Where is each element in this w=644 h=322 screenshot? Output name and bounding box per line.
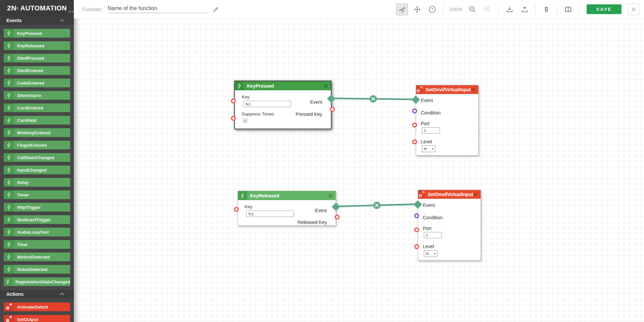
- save-button[interactable]: SAVE: [587, 4, 622, 14]
- event-output-label: Event: [310, 99, 322, 105]
- event-item[interactable]: InputChanged: [4, 166, 70, 174]
- lightning-icon: [4, 228, 14, 236]
- event-item-label: MotionDetected: [14, 252, 70, 261]
- key-input-port[interactable]: [231, 98, 236, 103]
- event-item[interactable]: MobKeyEntered: [4, 128, 70, 137]
- event-item[interactable]: Timer: [4, 190, 70, 199]
- lightning-icon: [4, 54, 14, 62]
- event-item[interactable]: CallStateChanged: [4, 153, 70, 162]
- event-item[interactable]: SilentAlarm: [4, 91, 70, 100]
- node-close-button[interactable]: [471, 87, 476, 92]
- event-item[interactable]: RegistrationStateChanged: [4, 277, 70, 286]
- released-key-output-port[interactable]: [335, 215, 340, 220]
- node-keyreleased-header[interactable]: KeyReleased: [238, 191, 336, 200]
- toolbar: Function: Name of the function ? 100%: [74, 0, 644, 18]
- event-item[interactable]: MulticastTrigger: [4, 215, 70, 224]
- zoom-in-icon: [484, 5, 492, 13]
- node-keypressed-header[interactable]: KeyPressed: [235, 81, 331, 90]
- port-field-label: Port: [421, 121, 474, 126]
- condition-input-label: Condition: [423, 214, 477, 221]
- zoom-in-button[interactable]: [482, 3, 494, 15]
- pan-tool-button[interactable]: [411, 3, 423, 15]
- lightning-icon: [4, 153, 14, 162]
- event-item[interactable]: NoiseDetected: [4, 265, 70, 274]
- suppress-input-port[interactable]: [231, 116, 236, 121]
- lightning-icon: [4, 41, 14, 50]
- events-section-header[interactable]: Events: [0, 16, 74, 25]
- documentation-button[interactable]: [562, 3, 574, 15]
- port-value-input[interactable]: 2: [422, 127, 440, 134]
- chevron-up-icon: [59, 19, 65, 22]
- lightning-icon: [4, 252, 14, 261]
- node-close-button[interactable]: [473, 192, 478, 197]
- chevron-down-icon: ▼: [434, 252, 436, 255]
- event-item[interactable]: HttpTrigger: [4, 203, 70, 212]
- pressed-key-output-port[interactable]: [330, 107, 335, 112]
- event-item[interactable]: FingerEntered: [4, 141, 70, 149]
- node-setonvifvirtualinput-bottom[interactable]: ⚙⚙ SetOnvifVirtualInput Event Condition …: [418, 190, 481, 261]
- event-item[interactable]: KeyReleased: [4, 41, 70, 50]
- delete-button[interactable]: [540, 3, 552, 15]
- zoom-out-button[interactable]: [466, 3, 479, 15]
- key-value-input[interactable]: %1: [246, 211, 294, 217]
- event-item[interactable]: AudioLoopTest: [4, 228, 70, 236]
- event-item[interactable]: KeyPressed: [4, 29, 70, 38]
- level-input-port[interactable]: [414, 244, 419, 249]
- node-header[interactable]: ⚙⚙ SetOnvifVirtualInput: [416, 85, 478, 94]
- import-button[interactable]: [503, 3, 515, 15]
- lightning-icon: [4, 116, 14, 125]
- lightning-icon: [4, 66, 14, 75]
- level-field-label: Level: [421, 139, 474, 144]
- event-item[interactable]: MotionDetected: [4, 252, 70, 261]
- event-item[interactable]: CodeEntered: [4, 79, 70, 87]
- event-item[interactable]: DtmfEntered: [4, 66, 70, 75]
- node-title: SetOnvifVirtualInput: [425, 192, 473, 197]
- node-close-button[interactable]: [324, 84, 328, 88]
- port-input-port[interactable]: [412, 123, 417, 128]
- node-close-button[interactable]: [328, 193, 333, 198]
- event-item[interactable]: CardEntered: [4, 103, 70, 112]
- action-item-label: ActivateSwitch: [14, 303, 70, 311]
- condition-input-port[interactable]: [412, 108, 417, 113]
- event-item[interactable]: CardHeld: [4, 116, 70, 125]
- export-button[interactable]: [518, 3, 531, 15]
- key-input-port[interactable]: [234, 207, 239, 212]
- node-header[interactable]: ⚙⚙ SetOnvifVirtualInput: [418, 190, 481, 199]
- level-select[interactable]: lo ▼: [424, 250, 437, 257]
- event-item-label: AudioLoopTest: [14, 228, 70, 236]
- event-item-label: KeyPressed: [14, 29, 70, 38]
- sidebar: 2N® AUTOMATION v2.0 Events KeyPressed: [0, 0, 74, 322]
- edit-pencil-icon[interactable]: [212, 6, 219, 13]
- close-editor-button[interactable]: [628, 4, 639, 15]
- key-value-input[interactable]: %1: [243, 101, 291, 107]
- lightning-icon: [4, 240, 14, 249]
- pressed-key-output-label: Pressed Key: [296, 111, 322, 117]
- node-setonvifvirtualinput-top[interactable]: ⚙⚙ SetOnvifVirtualInput Event Condition …: [416, 85, 479, 155]
- connection-delete-button[interactable]: [369, 95, 377, 103]
- function-name-input[interactable]: Name of the function: [108, 5, 208, 13]
- level-selected-value: hi: [424, 147, 427, 151]
- condition-input-port[interactable]: [414, 213, 419, 218]
- app-version: v2.0: [68, 10, 73, 13]
- level-select[interactable]: hi ▼: [422, 145, 435, 152]
- action-item[interactable]: ⚙⚙ SetOutput: [4, 315, 70, 322]
- event-item[interactable]: DtmfPressed: [4, 54, 70, 62]
- suppress-tones-checkbox[interactable]: ✔: [243, 119, 247, 123]
- port-field-label: Port: [423, 226, 477, 231]
- event-item[interactable]: Time: [4, 240, 70, 249]
- port-value-input[interactable]: 2: [424, 232, 442, 238]
- grid-canvas[interactable]: KeyPressed Key %1 Suppress Tones ✔ Event…: [74, 18, 644, 322]
- actions-section-title: Actions: [6, 291, 23, 297]
- toolbar-tools: ? 100%: [396, 3, 639, 15]
- connection-delete-button[interactable]: [373, 202, 381, 209]
- pointer-tool-button[interactable]: [396, 3, 408, 15]
- node-keypressed[interactable]: KeyPressed Key %1 Suppress Tones ✔ Event…: [234, 81, 332, 129]
- help-button[interactable]: ?: [426, 3, 438, 15]
- action-item[interactable]: ⚙⚙ ActivateSwitch: [4, 303, 70, 311]
- node-keyreleased[interactable]: KeyReleased Key %1 Event Released Key: [238, 191, 336, 226]
- level-input-port[interactable]: [412, 139, 417, 144]
- actions-section-header[interactable]: Actions: [0, 290, 74, 298]
- event-item[interactable]: Delay: [4, 178, 70, 187]
- condition-input-label: Condition: [421, 109, 474, 116]
- port-input-port[interactable]: [414, 227, 419, 232]
